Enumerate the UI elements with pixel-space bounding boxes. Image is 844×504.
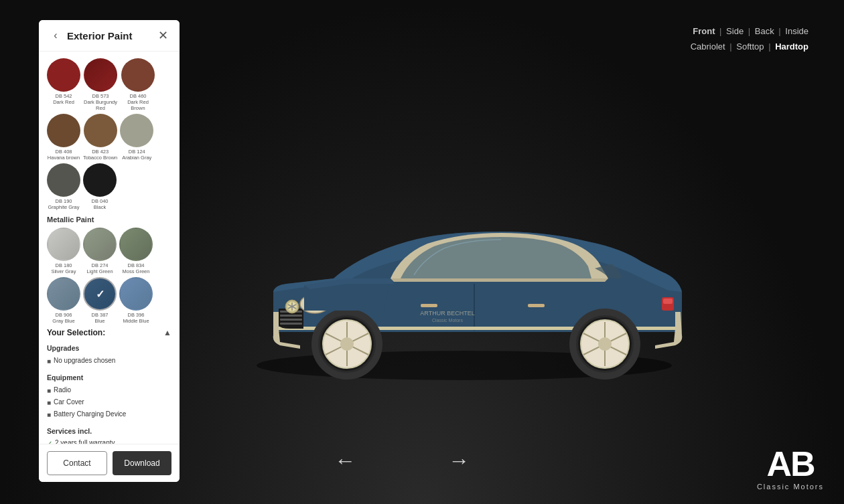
swatch-db542[interactable]: DB 542Dark Red <box>47 58 80 111</box>
brand-logo: AB Classic Motors <box>757 446 824 491</box>
close-button[interactable]: ✕ <box>155 28 170 43</box>
your-selection-title: Your Selection: <box>47 328 105 337</box>
swatch-db040[interactable]: DB 040Black <box>83 163 117 210</box>
svg-rect-3 <box>528 304 545 307</box>
view-hardtop[interactable]: Hardtop <box>775 41 808 52</box>
metallic-swatches-grid: DB 180Silver Gray DB 274Light Green DB 8… <box>47 228 171 324</box>
swatch-db423[interactable]: DB 423Tobacco Brown <box>83 114 117 161</box>
equipment-title: Equipment <box>47 372 171 384</box>
svg-rect-17 <box>663 299 673 304</box>
equipment-item-battery: ■ Battery Charging Device <box>47 409 171 420</box>
panel-header: ‹ Exterior Paint ✕ <box>39 20 180 52</box>
swatch-db387[interactable]: DB 387Blue <box>83 277 117 324</box>
view-row-1: Front | Side | Back | Inside <box>689 23 811 39</box>
swatch-db408[interactable]: DB 408Havana brown <box>47 114 80 161</box>
view-inside[interactable]: Inside <box>785 26 808 36</box>
logo-ab-letters: AB <box>757 446 824 481</box>
view-cabriolet[interactable]: Cabriolet <box>691 41 725 52</box>
view-back[interactable]: Back <box>755 26 774 36</box>
services-title: Services incl. <box>47 426 171 437</box>
swatch-db180[interactable]: DB 180Silver Gray <box>47 228 80 274</box>
selection-chevron: ▲ <box>163 328 171 337</box>
your-selection-header[interactable]: Your Selection: ▲ <box>47 328 171 337</box>
swatch-db906[interactable]: DB 906Gray Blue <box>47 277 80 324</box>
swatch-db124[interactable]: DB 124Arabian Gray <box>120 114 153 161</box>
view-front[interactable]: Front <box>693 26 715 36</box>
next-arrow[interactable]: → <box>442 444 476 477</box>
svg-rect-2 <box>421 304 437 307</box>
svg-text:Classic Motors: Classic Motors <box>432 318 463 323</box>
exterior-paint-panel: ‹ Exterior Paint ✕ DB 542Dark Red DB 573… <box>39 20 180 482</box>
metallic-section-title: Metallic Paint <box>47 216 171 224</box>
back-button[interactable]: ‹ <box>48 28 63 43</box>
contact-button[interactable]: Contact <box>47 451 107 475</box>
solid-swatches-grid: DB 542Dark Red DB 573Dark Burgundy Red D… <box>47 58 171 210</box>
equipment-item-radio: ■ Radio <box>47 385 171 396</box>
svg-point-33 <box>598 337 612 351</box>
svg-rect-8 <box>280 323 302 325</box>
view-softtop[interactable]: Softtop <box>736 41 764 52</box>
equipment-item-car-cover: ■ Car Cover <box>47 397 171 408</box>
svg-text:ARTHUR BECHTEL: ARTHUR BECHTEL <box>420 310 474 317</box>
svg-rect-6 <box>280 315 302 317</box>
panel-action-buttons: Contact Download <box>39 444 180 482</box>
view-options: Front | Side | Back | Inside Cabriolet |… <box>689 23 811 55</box>
upgrade-item-0: ■ No upgrades chosen <box>47 355 171 367</box>
svg-rect-7 <box>280 319 302 321</box>
swatch-db834[interactable]: DB 834Moss Green <box>119 228 153 274</box>
svg-point-25 <box>340 337 354 351</box>
swatch-db573[interactable]: DB 573Dark Burgundy Red <box>83 58 118 111</box>
panel-title: Exterior Paint <box>67 30 155 41</box>
prev-arrow[interactable]: ← <box>328 444 362 477</box>
swatch-db274[interactable]: DB 274Light Green <box>83 228 117 274</box>
swatch-db460[interactable]: DB 460Dark Red Brown <box>121 58 155 111</box>
download-button[interactable]: Download <box>113 451 171 475</box>
brand-name: Classic Motors <box>757 483 824 491</box>
service-item-warranty: ✓ 2 years full warranty <box>47 438 171 444</box>
panel-scroll-area[interactable]: DB 542Dark Red DB 573Dark Burgundy Red D… <box>39 52 180 444</box>
upgrades-title: Upgrades <box>47 343 171 354</box>
selection-content: Upgrades ■ No upgrades chosen Equipment … <box>47 343 171 444</box>
swatch-db190[interactable]: DB 190Graphite Gray <box>47 163 80 210</box>
view-side[interactable]: Side <box>726 26 744 36</box>
view-row-2: Cabriolet | Softtop | Hardtop <box>689 39 811 54</box>
swatch-db396[interactable]: DB 396Middle Blue <box>119 277 153 324</box>
car-display: ARTHUR BECHTEL Classic Motors <box>213 138 715 392</box>
